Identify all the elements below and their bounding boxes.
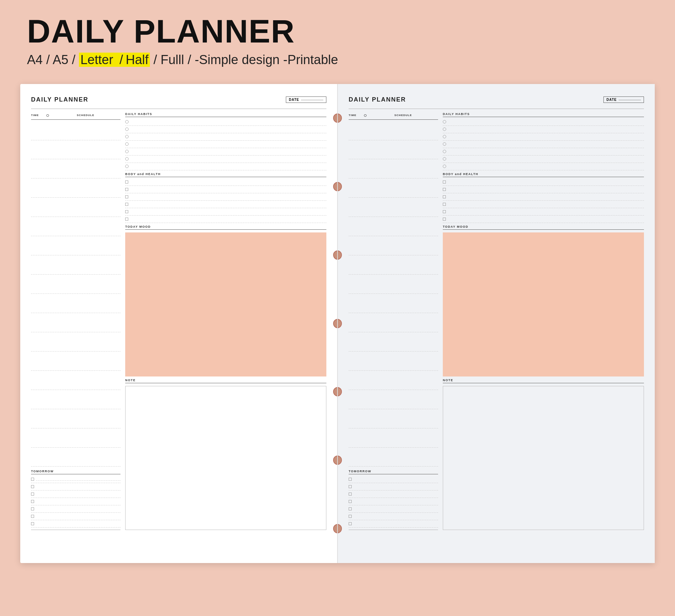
tomorrow-checkbox-r[interactable]	[349, 507, 352, 510]
left-schedule-col-label: SCHEDULE	[51, 114, 120, 117]
time-row	[31, 332, 120, 352]
body-checkbox[interactable]	[125, 195, 128, 198]
tomorrow-checkbox-r[interactable]	[349, 500, 352, 503]
time-row	[31, 140, 120, 160]
tomorrow-row	[349, 483, 438, 491]
time-row	[349, 159, 438, 178]
body-checkbox-r[interactable]	[443, 195, 446, 198]
tomorrow-row	[31, 498, 120, 505]
left-habits-header: DAILY HABITS	[125, 112, 326, 117]
tomorrow-checkbox-r[interactable]	[349, 515, 352, 518]
habit-row	[125, 133, 326, 141]
body-row	[443, 208, 644, 216]
left-tomorrow: TOMORROW	[31, 470, 120, 530]
tomorrow-checkbox-r[interactable]	[349, 478, 352, 481]
body-checkbox-r[interactable]	[443, 218, 446, 221]
time-row	[349, 428, 438, 448]
time-row	[349, 409, 438, 428]
ring-r7	[338, 524, 342, 533]
body-checkbox[interactable]	[125, 188, 128, 191]
subtitle-half-text: Half	[125, 53, 150, 67]
habit-circle	[443, 150, 446, 153]
left-note-box[interactable]	[125, 386, 326, 530]
right-content: TIME ○ SCHEDULE	[349, 112, 644, 530]
tomorrow-row	[31, 513, 120, 520]
right-date-box[interactable]: DATE	[603, 96, 644, 103]
tomorrow-checkbox-r[interactable]	[349, 522, 352, 525]
time-row	[349, 352, 438, 371]
tomorrow-row	[31, 476, 120, 483]
right-date-label: DATE	[606, 98, 617, 102]
right-mood-box[interactable]	[443, 232, 644, 376]
body-checkbox[interactable]	[125, 218, 128, 221]
right-schedule-col: TIME ○ SCHEDULE	[349, 112, 438, 530]
right-today-mood: TODAY MOOD	[443, 225, 644, 376]
left-note: NOTE	[125, 379, 326, 530]
habit-row	[443, 118, 644, 126]
habit-row	[443, 133, 644, 141]
ring-1	[333, 113, 337, 123]
time-row	[349, 275, 438, 294]
body-checkbox-r[interactable]	[443, 188, 446, 191]
left-time-col-label: TIME	[31, 114, 45, 117]
left-schedule-col: TIME ○ SCHEDULE	[31, 112, 120, 530]
habit-circle	[443, 165, 446, 168]
tomorrow-checkbox[interactable]	[31, 493, 34, 496]
tomorrow-checkbox-r[interactable]	[349, 485, 352, 488]
time-row	[349, 255, 438, 275]
right-habit-rows	[443, 118, 644, 170]
left-date-box[interactable]: DATE	[286, 96, 326, 103]
habit-row	[443, 148, 644, 156]
left-mood-box[interactable]	[125, 232, 326, 376]
body-row	[125, 178, 326, 186]
left-tomorrow-header: TOMORROW	[31, 470, 120, 474]
ring-3	[333, 250, 337, 260]
time-row	[349, 217, 438, 236]
body-row	[443, 193, 644, 201]
habit-circle	[443, 157, 446, 161]
body-checkbox[interactable]	[125, 210, 128, 213]
ring-r6	[338, 455, 342, 465]
body-checkbox[interactable]	[125, 203, 128, 206]
ring-6	[333, 455, 337, 465]
time-row	[31, 121, 120, 140]
body-checkbox-r[interactable]	[443, 180, 446, 184]
book-container: DAILY PLANNER DATE TIME ○ SCHEDULE	[20, 84, 655, 563]
tomorrow-row	[349, 491, 438, 498]
habit-row	[125, 163, 326, 170]
habit-row	[125, 118, 326, 126]
tomorrow-checkbox[interactable]	[31, 485, 34, 488]
right-page: DAILY PLANNER DATE TIME ○ SCHEDULE	[338, 84, 655, 563]
left-body-health-header: BODY and HEALTH	[125, 172, 326, 177]
time-row	[31, 390, 120, 409]
habit-circle	[125, 142, 129, 146]
tomorrow-row	[349, 476, 438, 483]
time-row	[31, 255, 120, 275]
time-row	[349, 236, 438, 255]
tomorrow-checkbox[interactable]	[31, 500, 34, 503]
habit-circle	[125, 157, 129, 161]
ring-7	[333, 524, 337, 533]
left-body-rows	[125, 178, 326, 223]
body-row	[443, 186, 644, 193]
body-checkbox[interactable]	[125, 180, 128, 184]
tomorrow-checkbox[interactable]	[31, 522, 34, 525]
right-time-col-label: TIME	[349, 114, 362, 117]
left-mood-header: TODAY MOOD	[125, 225, 326, 230]
habit-circle	[443, 135, 446, 138]
tomorrow-checkbox-r[interactable]	[349, 493, 352, 496]
left-ts-header: TIME ○ SCHEDULE	[31, 112, 120, 120]
subtitle: A4 / A5 / Letter /Half / Fulll / -Simple…	[27, 53, 648, 67]
right-note-box[interactable]	[443, 386, 644, 530]
body-checkbox-r[interactable]	[443, 210, 446, 213]
right-tomorrow-header: TOMORROW	[349, 470, 438, 474]
ring-r5	[338, 387, 342, 396]
habit-row	[443, 126, 644, 133]
tomorrow-checkbox[interactable]	[31, 515, 34, 518]
body-checkbox-r[interactable]	[443, 203, 446, 206]
tomorrow-checkbox[interactable]	[31, 507, 34, 510]
time-row	[349, 294, 438, 313]
tomorrow-checkbox[interactable]	[31, 478, 34, 481]
subtitle-letter: Letter	[79, 53, 114, 67]
time-row	[349, 448, 438, 467]
